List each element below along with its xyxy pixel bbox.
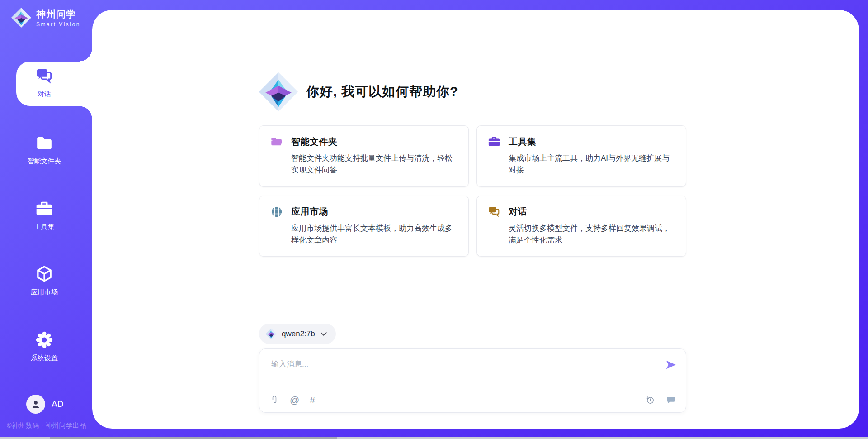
feature-cards-grid: 智能文件夹 智能文件夹功能支持批量文件上传与清洗，轻松实现文件问答 工具集 集成… xyxy=(259,125,686,257)
at-icon[interactable]: @ xyxy=(290,395,299,405)
card-description: 智能文件夹功能支持批量文件上传与清洗，轻松实现文件问答 xyxy=(291,153,458,177)
user-initials: AD xyxy=(52,399,63,409)
person-icon xyxy=(30,398,42,410)
sidebar-item-label: 系统设置 xyxy=(0,354,89,363)
card-title: 工具集 xyxy=(509,136,537,148)
sidebar-item-label: 应用市场 xyxy=(0,288,89,296)
message-input[interactable] xyxy=(259,349,686,382)
chevron-down-icon xyxy=(321,332,327,336)
model-diamond-icon xyxy=(265,328,277,340)
toolbox-icon xyxy=(488,135,500,148)
greeting-block: 你好, 我可以如何帮助你? xyxy=(258,72,458,112)
send-icon[interactable] xyxy=(665,359,677,371)
copyright-footer: ©神州数码 · 神州问学出品 xyxy=(7,421,86,430)
card-description: 灵活切换多模型文件，支持多样回复效果调试，满足个性化需求 xyxy=(509,223,675,247)
card-chat[interactable]: 对话 灵活切换多模型文件，支持多样回复效果调试，满足个性化需求 xyxy=(476,196,686,257)
globe-grid-icon xyxy=(270,205,283,218)
sidebar-item-settings[interactable]: 系统设置 xyxy=(0,331,89,363)
chat-icon xyxy=(35,67,53,85)
folder-icon xyxy=(35,134,53,152)
sidebar-item-label: 工具集 xyxy=(0,223,89,231)
chat-bubbles-icon xyxy=(488,205,500,218)
greeting-diamond-icon xyxy=(258,72,299,112)
user-profile[interactable]: AD xyxy=(26,395,63,414)
sidebar-item-toolset[interactable]: 工具集 xyxy=(0,200,89,231)
sidebar-item-label: 智能文件夹 xyxy=(0,157,89,166)
model-name: qwen2:7b xyxy=(282,329,315,339)
horizontal-scrollbar[interactable] xyxy=(0,437,868,439)
attachment-icon[interactable] xyxy=(269,395,279,405)
brand-diamond-icon xyxy=(11,7,32,28)
card-app-market[interactable]: 应用市场 应用市场提供丰富长文本模板，助力高效生成多样化文章内容 xyxy=(259,196,469,257)
greeting-text: 你好, 我可以如何帮助你? xyxy=(306,83,458,101)
brand-logo-block: 神州问学 Smart Vision xyxy=(11,7,80,28)
sidebar-item-chat[interactable]: 对话 xyxy=(0,67,89,99)
cube-icon xyxy=(35,265,53,283)
message-composer: @ # xyxy=(259,348,686,413)
card-title: 对话 xyxy=(509,205,527,218)
folder-open-icon xyxy=(270,135,283,148)
card-toolset[interactable]: 工具集 集成市场上主流工具，助力AI与外界无缝扩展与对接 xyxy=(476,125,686,187)
app-window: 神州问学 Smart Vision 对话 智能文件夹 工具集 xyxy=(0,0,868,439)
sidebar-item-app-market[interactable]: 应用市场 xyxy=(0,265,89,296)
sidebar-item-smart-folder[interactable]: 智能文件夹 xyxy=(0,134,89,166)
sidebar-item-label: 对话 xyxy=(0,90,89,99)
toolbox-icon xyxy=(35,200,53,218)
gear-icon xyxy=(35,331,53,349)
avatar[interactable] xyxy=(26,395,45,414)
card-description: 应用市场提供丰富长文本模板，助力高效生成多样化文章内容 xyxy=(291,223,458,247)
tab-curve-top xyxy=(80,49,92,62)
card-description: 集成市场上主流工具，助力AI与外界无缝扩展与对接 xyxy=(509,153,675,177)
model-selector[interactable]: qwen2:7b xyxy=(259,324,336,344)
brand-name: 神州问学 xyxy=(36,8,80,20)
card-smart-folder[interactable]: 智能文件夹 智能文件夹功能支持批量文件上传与清洗，轻松实现文件问答 xyxy=(259,125,469,187)
scrollbar-thumb[interactable] xyxy=(50,437,337,439)
tab-curve-bottom xyxy=(80,106,92,119)
hash-icon[interactable]: # xyxy=(310,395,315,405)
composer-toolbar: @ # xyxy=(259,387,686,412)
history-icon[interactable] xyxy=(645,395,655,405)
card-title: 应用市场 xyxy=(291,205,328,218)
brand-subtitle: Smart Vision xyxy=(36,21,80,28)
chat-bubble-icon[interactable] xyxy=(666,395,676,405)
card-title: 智能文件夹 xyxy=(291,136,338,148)
